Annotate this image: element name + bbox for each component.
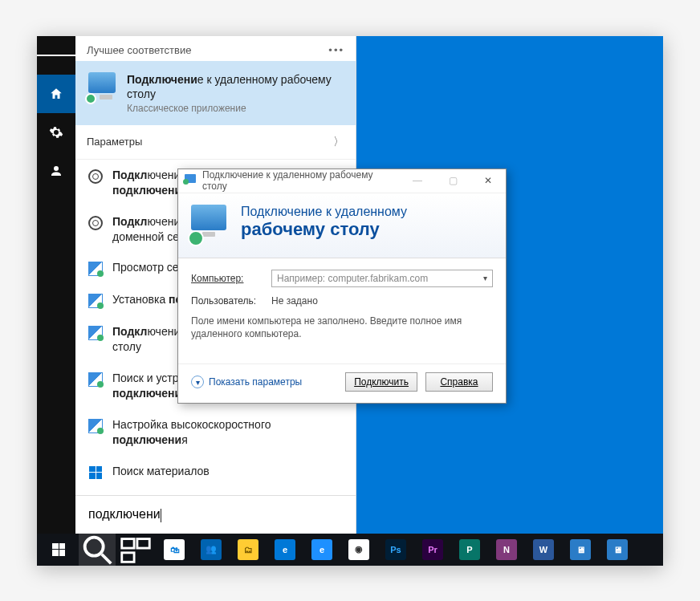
close-button[interactable]: ✕ <box>470 169 506 193</box>
rdp-dialog: Подключение к удаленному рабочему столу … <box>177 169 507 404</box>
publisher-icon: P <box>459 539 480 560</box>
computer-placeholder: Например: computer.fabrikam.com <box>277 273 428 284</box>
help-button[interactable]: Справка <box>425 372 493 392</box>
panel-header: Лучшее соответствие ••• <box>75 36 356 61</box>
svg-rect-4 <box>122 552 134 562</box>
user-value: Не задано <box>271 295 318 307</box>
section-settings[interactable]: Параметры 〉 <box>75 125 356 160</box>
search-input-text[interactable]: подключени <box>88 507 161 521</box>
taskbar-app-mstsc[interactable]: 🖥 <box>562 534 599 566</box>
rdp-banner-icon <box>191 205 230 243</box>
best-match-title: Подключение к удаленному рабочему столу <box>127 72 343 101</box>
dialog-body: Компьютер: Например: computer.fabrikam.c… <box>178 258 506 364</box>
settings-icon[interactable] <box>37 113 75 152</box>
computer-combobox[interactable]: Например: computer.fabrikam.com ▾ <box>271 270 493 287</box>
result-item-label: Настройка высокоскоростного подключения <box>112 417 343 448</box>
mstsc-icon: 🖥 <box>570 539 591 560</box>
taskbar-search-button[interactable] <box>79 534 116 566</box>
taskbar-app-word[interactable]: W <box>525 534 562 566</box>
taskbar-app-premiere[interactable]: Pr <box>414 534 451 566</box>
taskbar-app-mstsc2[interactable]: 🖥 <box>599 534 636 566</box>
label-computer: Компьютер: <box>191 273 263 284</box>
gear-icon <box>88 216 103 230</box>
svg-line-1 <box>102 554 112 563</box>
taskbar-app-explorer[interactable]: 🗂 <box>230 534 267 566</box>
banner-line2: рабочему столу <box>241 219 407 240</box>
minimize-button[interactable]: — <box>400 169 435 193</box>
control-panel-icon <box>88 294 103 308</box>
store-icon: 🛍 <box>164 539 185 560</box>
people-icon: 👥 <box>201 539 222 560</box>
maximize-button: ▢ <box>435 169 470 193</box>
result-item-label: Поиск материалов <box>112 464 210 479</box>
taskbar-app-onenote[interactable]: N <box>488 534 525 566</box>
taskbar-app-people[interactable]: 👥 <box>193 534 230 566</box>
desktop-frame: Лучшее соответствие ••• Подключение к уд… <box>37 36 663 566</box>
more-icon[interactable]: ••• <box>328 44 344 56</box>
edge-icon: e <box>275 539 295 560</box>
control-panel-icon <box>88 262 103 276</box>
taskbar-app-store[interactable]: 🛍 <box>156 534 193 566</box>
taskbar: 🛍👥🗂ee◉PsPrPNW🖥🖥 <box>37 534 663 566</box>
best-match-item[interactable]: Подключение к удаленному рабочему столу … <box>75 61 356 125</box>
result-item[interactable]: Поиск материалов <box>75 456 356 488</box>
ie-icon: e <box>311 539 332 560</box>
best-match-subtitle: Классическое приложение <box>127 103 343 114</box>
result-item[interactable]: Настройка высокоскоростного подключения <box>75 409 356 456</box>
control-panel-icon <box>88 326 103 340</box>
label-user: Пользователь: <box>191 295 263 307</box>
dialog-titlebar[interactable]: Подключение к удаленному рабочему столу … <box>178 169 506 193</box>
svg-rect-2 <box>122 538 134 548</box>
dialog-title-text: Подключение к удаленному рабочему столу <box>202 169 400 192</box>
dialog-hint: Поле имени компьютера не заполнено. Введ… <box>191 315 493 342</box>
dialog-banner: Подключение к удаленному рабочему столу <box>178 193 506 258</box>
show-options-link[interactable]: ▾ Показать параметры <box>191 376 337 388</box>
rdp-titlebar-icon <box>185 174 197 187</box>
taskbar-app-edge[interactable]: e <box>267 534 303 566</box>
dialog-footer: ▾ Показать параметры Подключить Справка <box>178 363 506 403</box>
connect-button[interactable]: Подключить <box>345 372 417 392</box>
taskbar-app-chrome[interactable]: ◉ <box>340 534 377 566</box>
home-icon[interactable] <box>37 75 75 113</box>
premiere-icon: Pr <box>422 539 443 560</box>
start-button[interactable] <box>40 534 77 566</box>
taskbar-app-publisher[interactable]: P <box>451 534 488 566</box>
word-icon: W <box>533 539 554 560</box>
onenote-icon: N <box>496 539 517 560</box>
photoshop-icon: Ps <box>385 539 406 560</box>
user-icon[interactable] <box>37 152 75 190</box>
gear-icon <box>88 169 103 184</box>
text-caret <box>161 509 161 522</box>
search-input-row: подключени <box>75 495 356 533</box>
chrome-icon: ◉ <box>348 539 369 560</box>
control-panel-icon <box>88 419 103 433</box>
svg-point-0 <box>85 537 104 555</box>
panel-header-label: Лучшее соответствие <box>87 44 191 56</box>
rdp-app-icon <box>88 72 117 101</box>
show-options-label: Показать параметры <box>209 376 302 388</box>
taskbar-app-photoshop[interactable]: Ps <box>377 534 414 566</box>
start-left-rail <box>37 36 75 534</box>
windows-tile-icon <box>88 465 103 480</box>
explorer-icon: 🗂 <box>238 539 258 560</box>
chevron-down-icon: ▾ <box>483 274 487 282</box>
hamburger-icon[interactable] <box>37 36 75 75</box>
control-panel-icon <box>88 372 103 387</box>
mstsc2-icon: 🖥 <box>607 539 628 560</box>
expand-down-icon: ▾ <box>191 376 204 388</box>
banner-line1: Подключение к удаленному <box>241 205 407 219</box>
taskbar-app-ie[interactable]: e <box>303 534 340 566</box>
task-view-button[interactable] <box>117 534 154 566</box>
chevron-right-icon: 〉 <box>333 135 344 149</box>
svg-rect-3 <box>137 538 149 548</box>
section-settings-label: Параметры <box>87 136 142 148</box>
